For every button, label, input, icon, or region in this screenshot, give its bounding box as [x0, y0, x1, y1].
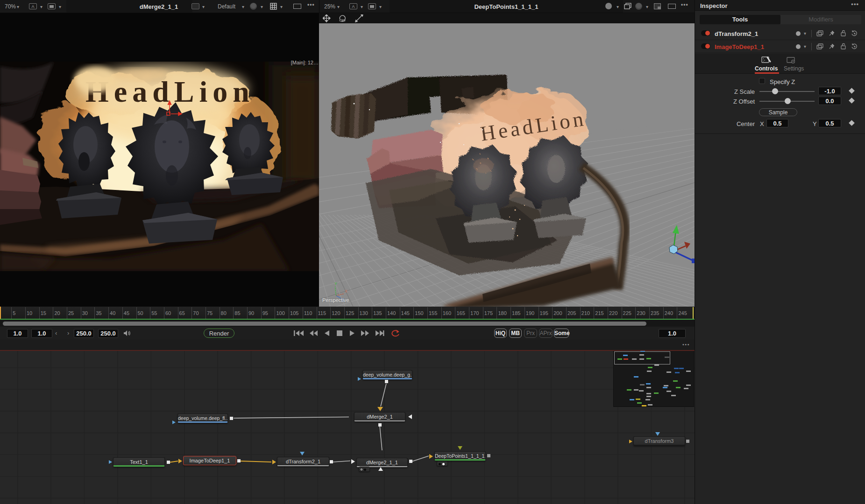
svg-text:X: X — [345, 289, 347, 294]
svg-text:Y: Y — [334, 281, 337, 286]
